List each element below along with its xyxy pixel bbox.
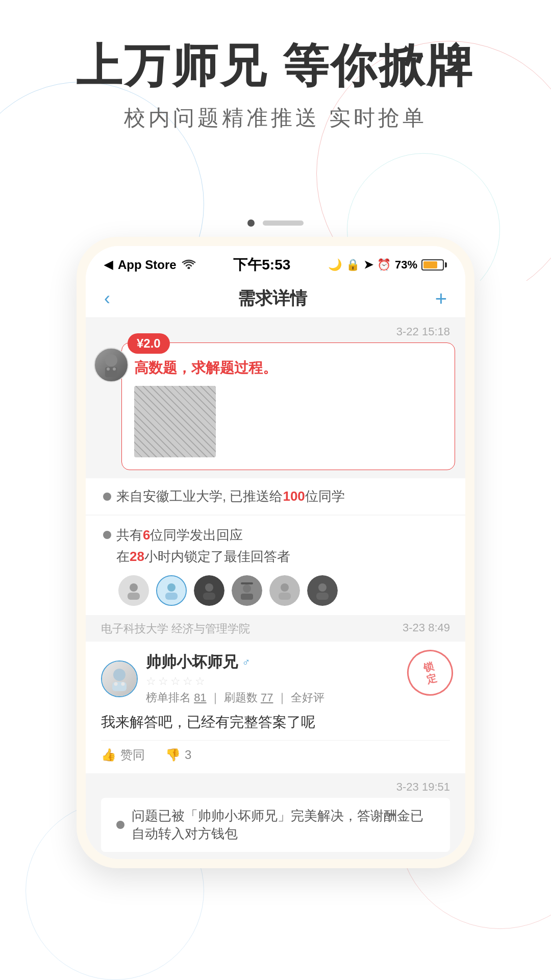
svg-rect-17 <box>316 593 329 600</box>
avatar-5 <box>269 575 300 606</box>
svg-point-12 <box>243 584 251 593</box>
section-timestamp: 3-23 8:49 <box>403 621 450 636</box>
avatar-2-selected <box>156 575 187 606</box>
app-store-label: App Store <box>118 258 177 272</box>
star-4: ☆ <box>183 675 193 688</box>
svg-point-1 <box>105 354 117 366</box>
battery-icon <box>421 259 447 271</box>
answer-meta: 榜单排名 81 ｜ 刷题数 77 ｜ 全好评 <box>146 690 450 705</box>
info-responses: 共有6位同学发出回应 在28小时内锁定了最佳回答者 <box>86 516 465 615</box>
timeline-dot-2 <box>103 531 111 539</box>
hero-section: 上万师兄 等你掀牌 校内问题精准推送 实时抢单 <box>0 41 551 132</box>
back-button[interactable]: ‹ <box>104 288 110 309</box>
svg-point-9 <box>205 583 213 592</box>
pagination-dot-1 <box>247 219 255 227</box>
wifi-icon <box>182 258 196 272</box>
like-label: 赞同 <box>120 747 145 763</box>
answer-card: 帅帅小坏师兄 ♂ ☆ ☆ ☆ ☆ ☆ 榜单排名 81 ｜ <box>86 642 465 773</box>
status-right: 🌙 🔒 ➤ ⏰ 73% <box>328 258 447 272</box>
hero-subtitle: 校内问题精准推送 实时抢单 <box>0 104 551 132</box>
svg-point-0 <box>187 267 190 270</box>
final-info: 问题已被「帅帅小坏师兄」完美解决，答谢酬金已自动转入对方钱包 <box>101 798 450 852</box>
status-bar: ◀ App Store 下午5:53 🌙 <box>86 246 465 280</box>
question-card: 高数题，求解题过程。 <box>121 342 455 470</box>
back-arrow-icon: ◀ <box>104 258 113 272</box>
svg-rect-10 <box>203 593 215 600</box>
phone-inner: ◀ App Store 下午5:53 🌙 <box>86 246 465 859</box>
svg-point-7 <box>167 583 176 592</box>
svg-point-21 <box>121 682 125 685</box>
section-header: 电子科技大学 经济与管理学院 3-23 8:49 <box>86 616 465 642</box>
status-left: ◀ App Store <box>104 258 196 272</box>
phone-mockup: ◀ App Store 下午5:53 🌙 <box>77 219 474 868</box>
star-5: ☆ <box>195 675 205 688</box>
svg-rect-6 <box>128 593 140 600</box>
final-section: 3-23 19:51 问题已被「帅帅小坏师兄」完美解决，答谢酬金已自动转入对方钱… <box>86 773 465 859</box>
question-avatar <box>94 348 129 382</box>
pagination-line <box>263 220 304 226</box>
content-area: 3-22 15:18 ¥2.0 <box>86 318 465 859</box>
star-2: ☆ <box>158 675 168 688</box>
add-button[interactable]: + <box>435 287 447 310</box>
answer-username: 帅帅小坏师兄 <box>146 652 238 673</box>
svg-rect-11 <box>241 582 253 584</box>
svg-point-3 <box>107 368 110 371</box>
avatar-1 <box>118 575 149 606</box>
question-image <box>134 386 216 457</box>
svg-point-18 <box>113 669 126 681</box>
star-3: ☆ <box>170 675 181 688</box>
info-push: 来自安徽工业大学, 已推送给100位同学 <box>86 478 465 514</box>
timeline-dot-1 <box>103 493 111 501</box>
hero-title: 上万师兄 等你掀牌 <box>0 41 551 91</box>
responder-avatars <box>118 575 450 606</box>
svg-point-20 <box>114 682 118 685</box>
final-text: 问题已被「帅帅小坏师兄」完美解决，答谢酬金已自动转入对方钱包 <box>132 808 423 841</box>
thumbs-down-icon: 👎 <box>165 748 181 762</box>
avatar-4 <box>232 575 262 606</box>
alarm-icon: ⏰ <box>377 258 391 272</box>
status-time: 下午5:53 <box>196 255 328 275</box>
avatar-3 <box>194 575 224 606</box>
pagination <box>77 219 474 227</box>
battery-percent: 73% <box>395 258 417 272</box>
answer-actions: 👍 赞同 👎 3 <box>101 740 450 763</box>
info-responses-text: 共有6位同学发出回应 在28小时内锁定了最佳回答者 <box>116 525 450 567</box>
like-button[interactable]: 👍 赞同 <box>101 747 145 763</box>
answer-avatar <box>101 660 138 697</box>
dislike-button[interactable]: 👎 3 <box>165 747 191 763</box>
thumbs-up-icon: 👍 <box>101 748 116 762</box>
section-school: 电子科技大学 经济与管理学院 <box>101 621 250 636</box>
nav-title: 需求详情 <box>238 287 307 310</box>
avatar-6 <box>307 575 338 606</box>
nav-bar: ‹ 需求详情 + <box>86 280 465 318</box>
svg-point-14 <box>281 583 289 592</box>
info-push-text: 来自安徽工业大学, 已推送给100位同学 <box>116 488 345 504</box>
answer-stars: ☆ ☆ ☆ ☆ ☆ <box>146 675 450 688</box>
price-badge: ¥2.0 <box>128 333 170 354</box>
gender-icon: ♂ <box>242 656 251 669</box>
svg-point-16 <box>318 583 327 592</box>
dislike-count: 3 <box>185 748 191 762</box>
svg-point-4 <box>113 368 116 371</box>
timeline-dot-final <box>116 821 124 829</box>
question-text: 高数题，求解题过程。 <box>134 358 442 378</box>
moon-icon: 🌙 <box>328 258 342 272</box>
final-timestamp: 3-23 19:51 <box>101 780 450 794</box>
answer-user-info: 帅帅小坏师兄 ♂ ☆ ☆ ☆ ☆ ☆ 榜单排名 81 ｜ <box>146 652 450 705</box>
svg-rect-8 <box>165 593 178 600</box>
svg-point-5 <box>130 583 138 592</box>
star-1: ☆ <box>146 675 156 688</box>
answer-user-row: 帅帅小坏师兄 ♂ ☆ ☆ ☆ ☆ ☆ 榜单排名 81 ｜ <box>101 652 450 705</box>
lock-status-icon: 🔒 <box>346 258 360 272</box>
svg-rect-15 <box>279 593 291 600</box>
answer-text: 我来解答吧，已经有完整答案了呢 <box>101 712 450 733</box>
location-icon: ➤ <box>364 258 373 272</box>
svg-rect-13 <box>241 594 253 600</box>
phone-outer: ◀ App Store 下午5:53 🌙 <box>77 237 474 868</box>
